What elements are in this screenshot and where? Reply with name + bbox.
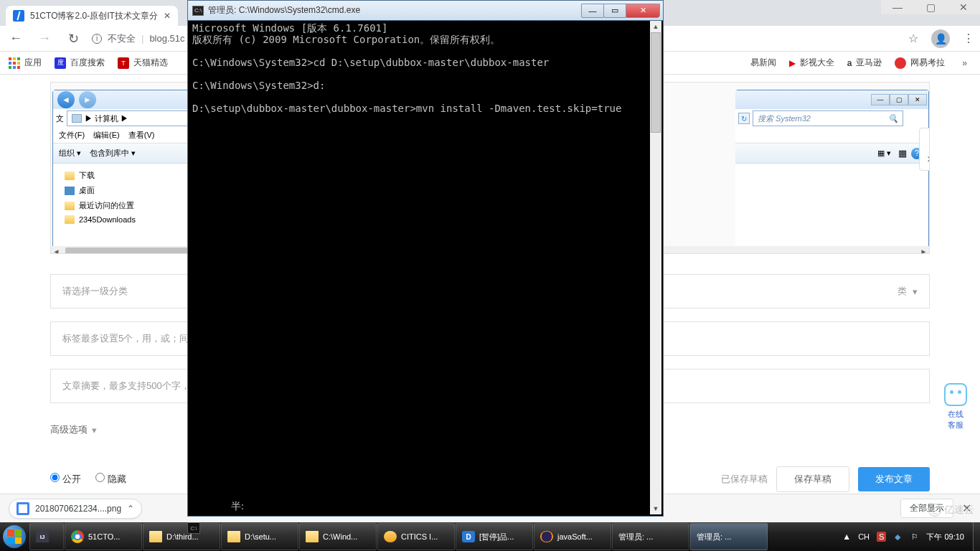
taskbar-item-label: CITICS I... — [401, 532, 438, 541]
taskbar-item[interactable]: CITICS I... — [377, 523, 455, 550]
extension-overflow-icon[interactable]: » — [928, 152, 930, 165]
save-draft-button[interactable]: 保存草稿 — [776, 466, 849, 492]
profile-avatar[interactable]: 👤 — [931, 29, 950, 48]
explorer-minimize[interactable]: — — [871, 94, 890, 105]
bookmark-kaola[interactable]: 网易考拉 — [895, 57, 945, 69]
cmd-close[interactable]: ✕ — [626, 4, 660, 18]
taskbar-item[interactable]: C:\Wind... — [299, 523, 377, 550]
scroll-up-icon[interactable]: ▲ — [650, 21, 661, 32]
address-field[interactable]: i 不安全 | blog.51c — [92, 32, 185, 45]
browser-tab[interactable]: 51CTO博客2.0-原创IT技术文章分 ✕ — [6, 6, 178, 26]
online-support[interactable]: 在线 客服 — [943, 383, 969, 430]
baidu-icon: 度 — [55, 57, 66, 69]
browser-close[interactable]: ✕ — [947, 0, 980, 14]
view-mode-button[interactable]: ▦ ▾ — [875, 147, 894, 159]
bookmark-news[interactable]: 易新闻 — [750, 57, 776, 69]
start-button[interactable] — [0, 522, 29, 551]
bookmark-amazon[interactable]: a亚马逊 — [847, 57, 882, 69]
tree-recent[interactable]: 最近访问的位置 — [59, 198, 189, 213]
visibility-public[interactable]: 公开 — [50, 473, 81, 486]
browser-menu-icon[interactable]: ⋮ — [963, 32, 974, 45]
taskbar-items: IJ51CTO...D:\third...D:\setu...C:\Wind..… — [29, 522, 768, 551]
computer-icon — [72, 114, 82, 123]
explorer-forward-button[interactable]: ► — [79, 91, 96, 108]
taskbar-item[interactable]: javaSoft... — [534, 523, 611, 550]
ij-icon: IJ — [36, 531, 49, 542]
ime-mode[interactable]: S — [877, 532, 886, 542]
scroll-down-icon[interactable]: ▼ — [650, 503, 661, 514]
back-button[interactable]: ← — [6, 31, 26, 46]
watermark: 亿速云 — [928, 504, 974, 517]
explorer-breadcrumb[interactable]: ▶ 计算机 ▶ — [67, 110, 192, 126]
explorer-maximize[interactable]: ▢ — [890, 94, 908, 105]
taskbar-clock[interactable]: 下午 09:10 — [926, 532, 967, 542]
cmd-output[interactable]: Microsoft Windows [版本 6.1.7601] 版权所有 (c)… — [189, 21, 661, 514]
tab-title: 51CTO博客2.0-原创IT技术文章分 — [30, 10, 158, 22]
explorer-search[interactable]: 搜索 System32 🔍 — [753, 110, 903, 126]
tray-app-icon[interactable]: ◆ — [892, 531, 903, 542]
cmd-scrollbar[interactable]: ▲ ▼ — [650, 21, 661, 514]
tree-2345[interactable]: 2345Downloads — [59, 213, 189, 226]
extension-menu-icon[interactable]: ⋮ — [925, 133, 930, 147]
search-icon[interactable]: 🔍 — [888, 114, 898, 123]
publish-button[interactable]: 发布文章 — [858, 467, 930, 491]
view-list-icon[interactable]: ▦ — [898, 148, 907, 159]
tree-desktop[interactable]: 桌面 — [59, 183, 189, 198]
taskbar-item[interactable]: D:\setu... — [221, 523, 298, 550]
apps-shortcut[interactable]: 应用 — [9, 57, 42, 69]
taskbar-item[interactable]: D:\third... — [143, 523, 220, 550]
tray-overflow-icon[interactable]: ▲ — [842, 532, 851, 542]
scrollbar-thumb[interactable] — [651, 32, 661, 133]
radio-public[interactable] — [50, 473, 60, 482]
cmd-titlebar[interactable]: C:\ 管理员: C:\Windows\System32\cmd.exe — ▭… — [188, 1, 663, 21]
taskbar-item[interactable]: IJ — [29, 523, 64, 550]
radio-private[interactable] — [95, 473, 105, 482]
refresh-icon[interactable]: ↻ — [738, 113, 750, 124]
explorer-close[interactable]: ✕ — [908, 94, 927, 105]
cmd-window: C:\ 管理员: C:\Windows\System32\cmd.exe — ▭… — [187, 0, 664, 517]
cmd-maximize[interactable]: ▭ — [603, 4, 626, 18]
explorer-titlebar: ◄ ► — [53, 90, 195, 109]
apps-label: 应用 — [24, 57, 42, 69]
tab-favicon — [13, 10, 24, 22]
tab-close-icon[interactable]: ✕ — [164, 11, 171, 21]
taskbar-item[interactable]: D[暂停]品... — [456, 523, 533, 550]
browser-minimize[interactable]: — — [881, 0, 914, 14]
include-button[interactable]: 包含到库中 ▾ — [90, 148, 136, 159]
folder-icon — [65, 171, 75, 180]
menu-edit[interactable]: 编辑(E) — [93, 130, 120, 141]
cmd-minimize[interactable]: — — [581, 4, 604, 18]
taskbar-item[interactable]: C:\管理员: ... — [612, 523, 689, 550]
browser-maximize[interactable]: ▢ — [914, 0, 947, 14]
site-info-icon[interactable]: i — [92, 34, 102, 44]
scroll-left-icon[interactable]: ◄ — [51, 246, 62, 254]
explorer-tree: 下载 桌面 最近访问的位置 2345Downloads — [53, 164, 195, 230]
forward-button[interactable]: → — [34, 31, 55, 46]
scroll-right-icon[interactable]: ► — [918, 246, 929, 254]
show-desktop-button[interactable] — [973, 522, 980, 551]
visibility-private[interactable]: 隐藏 — [95, 473, 126, 486]
explorer-back-button[interactable]: ◄ — [57, 91, 75, 108]
menu-file[interactable]: 文件(F) — [59, 130, 85, 141]
chrome-icon — [71, 530, 84, 543]
reload-button[interactable]: ↻ — [63, 31, 83, 47]
tree-downloads[interactable]: 下载 — [59, 168, 189, 183]
watermark-icon — [928, 504, 941, 517]
play-icon: ▶ — [789, 58, 796, 68]
taskbar-item[interactable]: C:\管理员: ... — [690, 523, 768, 550]
bookmark-overflow-icon[interactable]: » — [958, 58, 971, 68]
action-center-icon[interactable]: ⚐ — [909, 531, 920, 542]
bookmark-video[interactable]: ▶影视大全 — [789, 57, 834, 69]
taskbar-item-label: [暂停]品... — [479, 532, 514, 542]
ime-language[interactable]: CH — [857, 532, 871, 541]
cmd-ime-indicator: 半: — [231, 500, 244, 513]
generic-icon — [384, 531, 397, 542]
chevron-up-icon[interactable]: ⌃ — [127, 504, 134, 514]
bookmark-star-icon[interactable]: ☆ — [908, 32, 918, 45]
bookmark-tmall[interactable]: T 天猫精选 — [118, 57, 168, 69]
organize-button[interactable]: 组织 ▾ — [59, 148, 81, 159]
download-item[interactable]: 2018070621234....png ⌃ — [9, 499, 142, 519]
bookmark-baidu[interactable]: 度 百度搜索 — [55, 57, 105, 69]
taskbar-item[interactable]: 51CTO... — [65, 523, 142, 550]
menu-view[interactable]: 查看(V) — [128, 130, 155, 141]
